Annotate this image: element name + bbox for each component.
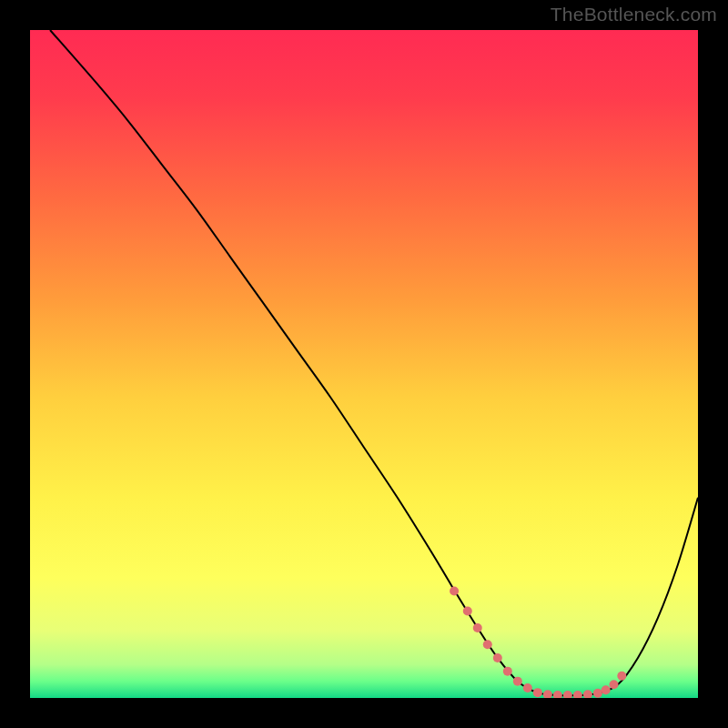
marker-dot bbox=[463, 607, 472, 616]
marker-dot bbox=[473, 623, 482, 632]
gradient-background bbox=[30, 30, 698, 698]
marker-dot bbox=[610, 680, 619, 689]
marker-dot bbox=[483, 640, 492, 649]
marker-dot bbox=[513, 677, 522, 686]
chart-svg bbox=[30, 30, 698, 698]
marker-dot bbox=[533, 688, 542, 697]
watermark-text: TheBottleneck.com bbox=[551, 4, 717, 25]
marker-dot bbox=[617, 672, 626, 681]
chart-container: TheBottleneck.com bbox=[0, 0, 728, 728]
marker-dot bbox=[593, 689, 602, 698]
marker-dot bbox=[523, 683, 532, 693]
marker-dot bbox=[493, 653, 502, 662]
plot-area bbox=[30, 30, 698, 698]
marker-dot bbox=[602, 685, 611, 694]
marker-dot bbox=[503, 667, 512, 676]
marker-dot bbox=[450, 587, 459, 596]
